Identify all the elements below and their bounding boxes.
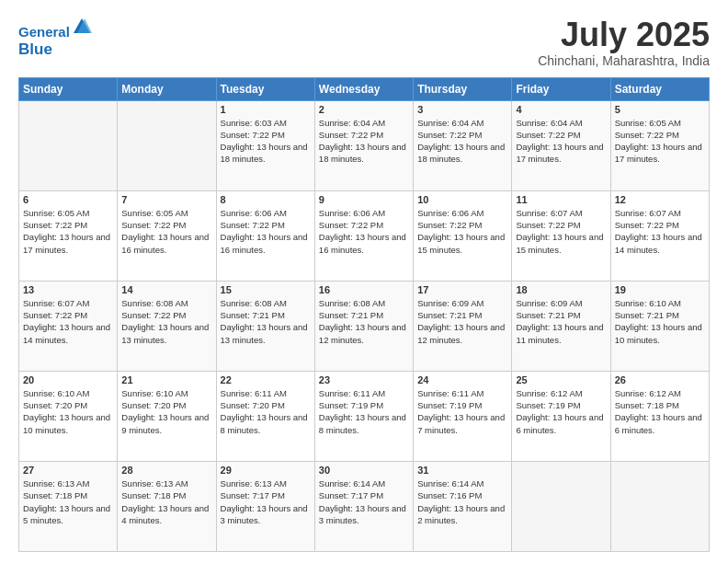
calendar-cell: 4Sunrise: 6:04 AMSunset: 7:22 PMDaylight… bbox=[512, 100, 610, 190]
day-info: Sunrise: 6:08 AMSunset: 7:22 PMDaylight:… bbox=[121, 297, 211, 346]
header: General Blue July 2025 Chinchani, Mahara… bbox=[18, 17, 710, 68]
day-number: 4 bbox=[516, 104, 606, 115]
month-title: July 2025 bbox=[538, 17, 710, 53]
day-number: 20 bbox=[23, 374, 113, 385]
day-number: 24 bbox=[417, 374, 507, 385]
calendar-cell bbox=[610, 461, 709, 551]
day-info: Sunrise: 6:06 AMSunset: 7:22 PMDaylight:… bbox=[221, 207, 311, 256]
col-header-tuesday: Tuesday bbox=[216, 77, 314, 100]
calendar-cell: 19Sunrise: 6:10 AMSunset: 7:21 PMDayligh… bbox=[610, 281, 709, 371]
col-header-thursday: Thursday bbox=[414, 77, 512, 100]
calendar-cell: 24Sunrise: 6:11 AMSunset: 7:19 PMDayligh… bbox=[414, 371, 512, 461]
day-number: 5 bbox=[615, 104, 705, 115]
day-number: 18 bbox=[516, 284, 606, 295]
day-number: 3 bbox=[417, 104, 507, 115]
day-number: 6 bbox=[23, 194, 113, 205]
day-number: 14 bbox=[121, 284, 211, 295]
day-info: Sunrise: 6:13 AMSunset: 7:18 PMDaylight:… bbox=[23, 477, 113, 526]
day-number: 9 bbox=[319, 194, 409, 205]
day-info: Sunrise: 6:14 AMSunset: 7:16 PMDaylight:… bbox=[417, 477, 507, 526]
calendar-cell: 28Sunrise: 6:13 AMSunset: 7:18 PMDayligh… bbox=[118, 461, 216, 551]
calendar-cell: 14Sunrise: 6:08 AMSunset: 7:22 PMDayligh… bbox=[118, 281, 216, 371]
day-number: 31 bbox=[417, 465, 507, 476]
day-info: Sunrise: 6:06 AMSunset: 7:22 PMDaylight:… bbox=[319, 207, 409, 256]
calendar-cell: 30Sunrise: 6:14 AMSunset: 7:17 PMDayligh… bbox=[314, 461, 413, 551]
day-info: Sunrise: 6:10 AMSunset: 7:21 PMDaylight:… bbox=[615, 297, 705, 346]
calendar-cell: 26Sunrise: 6:12 AMSunset: 7:18 PMDayligh… bbox=[610, 371, 709, 461]
day-number: 23 bbox=[319, 374, 409, 385]
day-info: Sunrise: 6:13 AMSunset: 7:17 PMDaylight:… bbox=[221, 477, 311, 526]
col-header-friday: Friday bbox=[512, 77, 610, 100]
day-info: Sunrise: 6:13 AMSunset: 7:18 PMDaylight:… bbox=[121, 477, 211, 526]
calendar-cell: 1Sunrise: 6:03 AMSunset: 7:22 PMDaylight… bbox=[216, 100, 314, 190]
week-row-1: 1Sunrise: 6:03 AMSunset: 7:22 PMDaylight… bbox=[19, 100, 710, 190]
calendar-table: SundayMondayTuesdayWednesdayThursdayFrid… bbox=[18, 77, 710, 552]
col-header-monday: Monday bbox=[118, 77, 216, 100]
week-row-2: 6Sunrise: 6:05 AMSunset: 7:22 PMDaylight… bbox=[19, 190, 710, 281]
logo: General Blue bbox=[18, 17, 92, 59]
day-number: 16 bbox=[319, 284, 409, 295]
calendar-cell: 22Sunrise: 6:11 AMSunset: 7:20 PMDayligh… bbox=[216, 371, 314, 461]
day-info: Sunrise: 6:09 AMSunset: 7:21 PMDaylight:… bbox=[516, 297, 606, 346]
day-info: Sunrise: 6:14 AMSunset: 7:17 PMDaylight:… bbox=[319, 477, 409, 526]
col-header-saturday: Saturday bbox=[610, 77, 709, 100]
calendar-cell bbox=[512, 461, 610, 551]
day-info: Sunrise: 6:11 AMSunset: 7:19 PMDaylight:… bbox=[417, 387, 507, 436]
day-number: 8 bbox=[221, 194, 311, 205]
calendar-cell: 13Sunrise: 6:07 AMSunset: 7:22 PMDayligh… bbox=[19, 281, 118, 371]
day-number: 21 bbox=[121, 374, 211, 385]
calendar-cell: 29Sunrise: 6:13 AMSunset: 7:17 PMDayligh… bbox=[216, 461, 314, 551]
day-number: 30 bbox=[319, 465, 409, 476]
day-info: Sunrise: 6:03 AMSunset: 7:22 PMDaylight:… bbox=[221, 117, 311, 166]
calendar-cell: 21Sunrise: 6:10 AMSunset: 7:20 PMDayligh… bbox=[118, 371, 216, 461]
calendar-cell: 16Sunrise: 6:08 AMSunset: 7:21 PMDayligh… bbox=[314, 281, 413, 371]
calendar-cell: 12Sunrise: 6:07 AMSunset: 7:22 PMDayligh… bbox=[610, 190, 709, 281]
day-number: 11 bbox=[516, 194, 606, 205]
day-info: Sunrise: 6:05 AMSunset: 7:22 PMDaylight:… bbox=[615, 117, 705, 166]
day-info: Sunrise: 6:04 AMSunset: 7:22 PMDaylight:… bbox=[319, 117, 409, 166]
day-number: 2 bbox=[319, 104, 409, 115]
calendar-cell: 27Sunrise: 6:13 AMSunset: 7:18 PMDayligh… bbox=[19, 461, 118, 551]
calendar-cell: 8Sunrise: 6:06 AMSunset: 7:22 PMDaylight… bbox=[216, 190, 314, 281]
day-number: 27 bbox=[23, 465, 113, 476]
week-row-3: 13Sunrise: 6:07 AMSunset: 7:22 PMDayligh… bbox=[19, 281, 710, 371]
logo-general: General bbox=[18, 24, 70, 40]
day-info: Sunrise: 6:07 AMSunset: 7:22 PMDaylight:… bbox=[615, 207, 705, 256]
day-info: Sunrise: 6:07 AMSunset: 7:22 PMDaylight:… bbox=[23, 297, 113, 346]
title-block: July 2025 Chinchani, Maharashtra, India bbox=[538, 17, 710, 68]
calendar-cell: 20Sunrise: 6:10 AMSunset: 7:20 PMDayligh… bbox=[19, 371, 118, 461]
day-info: Sunrise: 6:07 AMSunset: 7:22 PMDaylight:… bbox=[516, 207, 606, 256]
day-info: Sunrise: 6:11 AMSunset: 7:20 PMDaylight:… bbox=[221, 387, 311, 436]
week-row-4: 20Sunrise: 6:10 AMSunset: 7:20 PMDayligh… bbox=[19, 371, 710, 461]
col-header-sunday: Sunday bbox=[19, 77, 118, 100]
calendar-cell: 9Sunrise: 6:06 AMSunset: 7:22 PMDaylight… bbox=[314, 190, 413, 281]
day-info: Sunrise: 6:11 AMSunset: 7:19 PMDaylight:… bbox=[319, 387, 409, 436]
calendar-cell: 6Sunrise: 6:05 AMSunset: 7:22 PMDaylight… bbox=[19, 190, 118, 281]
calendar-cell: 2Sunrise: 6:04 AMSunset: 7:22 PMDaylight… bbox=[314, 100, 413, 190]
calendar-cell: 3Sunrise: 6:04 AMSunset: 7:22 PMDaylight… bbox=[414, 100, 512, 190]
day-number: 22 bbox=[221, 374, 311, 385]
day-info: Sunrise: 6:09 AMSunset: 7:21 PMDaylight:… bbox=[417, 297, 507, 346]
day-info: Sunrise: 6:05 AMSunset: 7:22 PMDaylight:… bbox=[121, 207, 211, 256]
day-info: Sunrise: 6:04 AMSunset: 7:22 PMDaylight:… bbox=[417, 117, 507, 166]
logo-icon bbox=[72, 17, 92, 37]
day-number: 15 bbox=[221, 284, 311, 295]
day-info: Sunrise: 6:04 AMSunset: 7:22 PMDaylight:… bbox=[516, 117, 606, 166]
calendar-cell: 23Sunrise: 6:11 AMSunset: 7:19 PMDayligh… bbox=[314, 371, 413, 461]
calendar-cell bbox=[118, 100, 216, 190]
day-number: 29 bbox=[221, 465, 311, 476]
day-info: Sunrise: 6:10 AMSunset: 7:20 PMDaylight:… bbox=[121, 387, 211, 436]
calendar-cell: 18Sunrise: 6:09 AMSunset: 7:21 PMDayligh… bbox=[512, 281, 610, 371]
days-header-row: SundayMondayTuesdayWednesdayThursdayFrid… bbox=[19, 77, 710, 100]
calendar-cell: 5Sunrise: 6:05 AMSunset: 7:22 PMDaylight… bbox=[610, 100, 709, 190]
day-info: Sunrise: 6:06 AMSunset: 7:22 PMDaylight:… bbox=[417, 207, 507, 256]
calendar-cell bbox=[19, 100, 118, 190]
calendar-cell: 31Sunrise: 6:14 AMSunset: 7:16 PMDayligh… bbox=[414, 461, 512, 551]
day-number: 7 bbox=[121, 194, 211, 205]
day-number: 17 bbox=[417, 284, 507, 295]
col-header-wednesday: Wednesday bbox=[314, 77, 413, 100]
day-number: 12 bbox=[615, 194, 705, 205]
day-number: 1 bbox=[221, 104, 311, 115]
location: Chinchani, Maharashtra, India bbox=[538, 53, 710, 68]
calendar-cell: 7Sunrise: 6:05 AMSunset: 7:22 PMDaylight… bbox=[118, 190, 216, 281]
